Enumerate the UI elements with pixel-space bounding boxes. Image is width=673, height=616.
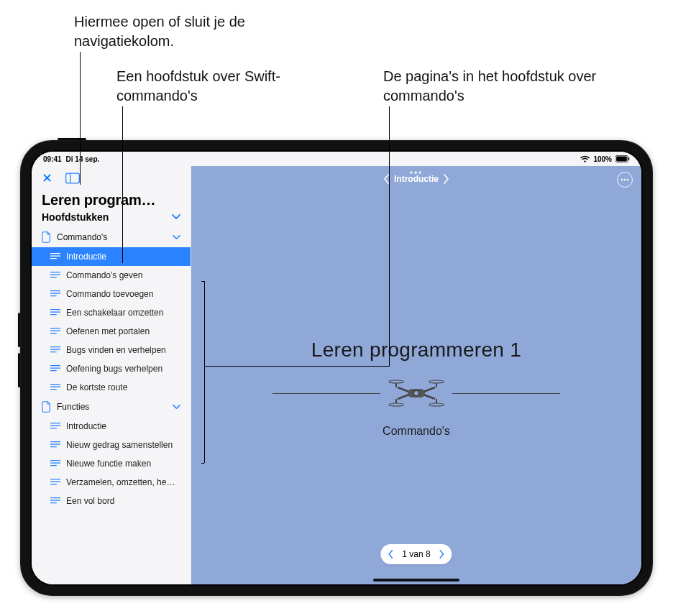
home-indicator[interactable]: [373, 579, 459, 581]
volume-down-button: [18, 353, 20, 387]
svg-point-48: [429, 380, 444, 383]
section-header-label: Hoofdstukken: [42, 211, 109, 223]
chapter-title: Commando's: [383, 425, 450, 438]
leader-line: [122, 106, 123, 263]
multitasking-dots-icon[interactable]: •••: [410, 167, 424, 178]
lines-icon: [50, 290, 60, 298]
main-topbar: ••• Introductie: [191, 166, 641, 192]
page-row[interactable]: Een schakelaar omzetten: [32, 303, 191, 322]
page-label: Verzamelen, omzetten, he…: [66, 477, 175, 487]
svg-rect-1: [616, 157, 627, 162]
svg-line-55: [398, 387, 409, 392]
document-icon: [42, 231, 51, 243]
page-row[interactable]: Oefening bugs verhelpen: [32, 359, 191, 378]
page-row[interactable]: Oefenen met portalen: [32, 322, 191, 341]
svg-point-60: [414, 391, 419, 396]
navigation-sidebar: ✕ Leren program… Hoofdstukken: [32, 166, 191, 584]
divider-line: [273, 393, 380, 394]
sidebar-toggle-icon[interactable]: [65, 173, 80, 184]
svg-line-57: [398, 395, 409, 399]
ipad-screen: 09:41 Di 14 sep. 100%: [32, 152, 641, 584]
lines-icon: [50, 383, 60, 392]
leader-line: [389, 106, 390, 367]
power-button: [58, 138, 86, 140]
pager-label: 1 van 8: [402, 549, 430, 559]
svg-rect-2: [628, 157, 630, 160]
status-time: 09:41: [43, 155, 62, 163]
callout-swift-chapter: Een hoofdstuk over Swift-commando's: [116, 67, 296, 106]
page-label: De kortste route: [66, 382, 127, 392]
svg-rect-3: [66, 173, 80, 183]
svg-point-45: [624, 179, 626, 181]
chevron-right-icon[interactable]: [439, 550, 445, 558]
page-label: Nieuw gedrag samenstellen: [66, 440, 173, 450]
chapter-label: Commando's: [57, 232, 107, 242]
sidebar-section-header[interactable]: Hoofdstukken: [32, 210, 191, 227]
chevron-down-icon: [173, 405, 180, 410]
page-label: Oefening bugs verhelpen: [66, 364, 162, 374]
chapter-row-functies[interactable]: Functies: [32, 397, 191, 417]
document-icon: [42, 401, 51, 413]
page-label: Oefenen met portalen: [66, 326, 150, 336]
svg-line-56: [424, 387, 435, 392]
page-label: Nieuwe functie maken: [66, 459, 151, 469]
wifi-icon: [580, 155, 590, 162]
page-row[interactable]: Verzamelen, omzetten, he…: [32, 473, 191, 492]
svg-point-50: [429, 403, 444, 406]
leader-line: [204, 281, 205, 463]
chapter-list: Commando's Introductie Comm: [32, 227, 191, 510]
lines-icon: [50, 497, 60, 505]
page-pager[interactable]: 1 van 8: [380, 544, 452, 564]
status-bar: 09:41 Di 14 sep. 100%: [32, 152, 641, 166]
page-label: Commando's geven: [66, 270, 142, 280]
page-row[interactable]: Introductie: [32, 417, 191, 436]
course-title: Leren programmeren 1: [311, 339, 521, 362]
page-row[interactable]: De kortste route: [32, 378, 191, 397]
sidebar-title: Leren program…: [32, 188, 191, 210]
callout-nav-toggle: Hiermee open of sluit je de navigatiekol…: [74, 12, 304, 51]
svg-line-58: [424, 395, 435, 399]
status-date: Di 14 sep.: [66, 155, 100, 163]
chapter-row-commandos[interactable]: Commando's: [32, 227, 191, 247]
volume-up-button: [18, 313, 20, 347]
lines-icon: [50, 308, 60, 317]
leader-line: [204, 366, 389, 367]
lines-icon: [50, 478, 60, 487]
drone-divider: [273, 376, 560, 410]
battery-icon: [615, 155, 630, 162]
leader-line: [80, 52, 81, 185]
page-row-introductie[interactable]: Introductie: [32, 247, 191, 266]
status-battery-text: 100%: [593, 155, 612, 163]
page-label: Een schakelaar omzetten: [66, 308, 163, 318]
page-label: Introductie: [66, 421, 106, 431]
lines-icon: [50, 422, 60, 431]
close-button[interactable]: ✕: [42, 172, 52, 185]
page-row[interactable]: Commando's geven: [32, 266, 191, 285]
page-row[interactable]: Nieuw gedrag samenstellen: [32, 436, 191, 454]
svg-point-46: [627, 179, 629, 181]
more-button[interactable]: [617, 172, 633, 188]
lines-icon: [50, 252, 60, 261]
chapter-label: Functies: [57, 402, 89, 412]
drone-icon: [388, 376, 445, 410]
main-content: ••• Introductie: [191, 166, 641, 584]
chevron-right-icon[interactable]: [443, 174, 449, 184]
lines-icon: [50, 271, 60, 280]
lines-icon: [50, 441, 60, 449]
main-center: Leren programmeren 1: [191, 192, 641, 584]
page-row[interactable]: Een vol bord: [32, 492, 191, 510]
lines-icon: [50, 346, 60, 354]
chevron-down-icon: [172, 214, 180, 220]
chevron-left-icon[interactable]: [388, 550, 393, 558]
leader-line: [201, 281, 204, 282]
svg-point-49: [389, 403, 403, 406]
page-row[interactable]: Bugs vinden en verhelpen: [32, 341, 191, 359]
ipad-frame: 09:41 Di 14 sep. 100%: [20, 140, 653, 596]
page-row[interactable]: Commando toevoegen: [32, 285, 191, 303]
page-label: Bugs vinden en verhelpen: [66, 345, 166, 355]
svg-point-47: [389, 380, 403, 383]
chevron-down-icon: [173, 235, 180, 240]
page-label: Introductie: [66, 252, 106, 262]
divider-line: [452, 393, 560, 394]
page-row[interactable]: Nieuwe functie maken: [32, 454, 191, 473]
